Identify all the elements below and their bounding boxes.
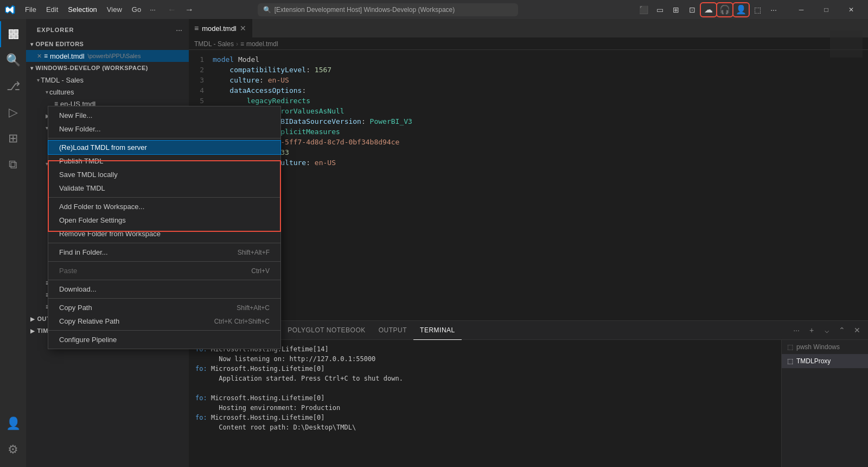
layout-btn-3[interactable]: ⊞ (668, 3, 684, 16)
terminal-area[interactable]: fo: Microsoft.Hosting.Lifetime[14] Now l… (189, 340, 781, 467)
more-actions[interactable]: ··· (766, 3, 781, 16)
code-line-7: defaultPowerBIDataSourceVersion: PowerBI… (213, 116, 868, 127)
activity-account[interactable]: 👤 (0, 411, 26, 437)
terminal-pwsh[interactable]: ⬚ pwsh Windows (782, 340, 868, 354)
folder-tmdl-sales[interactable]: ▾ TMDL - Sales (26, 74, 189, 86)
ctx-copy-path-label: Copy Path (59, 304, 92, 312)
panel-dots[interactable]: ··· (790, 324, 803, 337)
activity-source-control[interactable]: ⎇ (0, 73, 26, 99)
ctx-copy-relative-path[interactable]: Copy Relative Path Ctrl+K Ctrl+Shift+C (48, 314, 280, 328)
menu-file[interactable]: File (21, 3, 41, 16)
breadcrumb-file-icon: ≡ (240, 40, 244, 48)
titlebar-actions: ⬛ ▭ ⊞ ⊡ ☁ 🎧 👤 ⬚ ··· (636, 3, 781, 16)
menu-view[interactable]: View (103, 3, 126, 16)
search-icon: 🔍 (263, 6, 271, 14)
arrow-icon: ▶ (30, 328, 35, 334)
menu-selection[interactable]: Selection (63, 3, 101, 16)
ctx-add-folder[interactable]: Add Folder to Workspace... (48, 200, 280, 213)
menu-more[interactable]: ··· (146, 3, 159, 16)
sidebar-header: EXPLORER ··· (26, 19, 189, 38)
panel-add[interactable]: + (805, 324, 818, 337)
editor-area: ≡ model.tmdl ✕ TMDL - Sales › ≡ model.tm… (189, 19, 868, 467)
tab-model-tmdl[interactable]: ≡ model.tmdl ✕ (189, 19, 252, 37)
ctx-new-file-label: New File... (59, 111, 92, 119)
search-text: [Extension Development Host] Windows-Dev… (275, 6, 455, 14)
code-editor[interactable]: 123456 7891011 model Model compatibility… (189, 50, 868, 320)
minimize-button[interactable]: ─ (789, 0, 814, 19)
ctx-remove-folder-label: Remove Folder from Workspace (59, 230, 161, 238)
close-button[interactable]: ✕ (839, 0, 864, 19)
breadcrumb: TMDL - Sales › ≡ model.tmdl (194, 40, 278, 48)
activity-explorer[interactable] (0, 21, 26, 47)
terminal-tmdlproxy[interactable]: ⬚ TMDLProxy (782, 354, 868, 368)
ctx-find-in-folder-shortcut: Shift+Alt+F (238, 249, 270, 256)
menu-go[interactable]: Go (127, 3, 145, 16)
nav-forward[interactable]: → (182, 3, 197, 16)
section-workspace[interactable]: ▾ WINDOWS-DEVELOP (WORKSPACE) (26, 62, 189, 74)
panel-tab-polyglot[interactable]: POLYGLOT NOTEBOOK (281, 321, 372, 340)
ctx-find-in-folder[interactable]: Find in Folder... Shift+Alt+F (48, 245, 280, 259)
section-workspace-label: WINDOWS-DEVELOP (WORKSPACE) (36, 65, 148, 71)
panel-more[interactable]: ⌃ (835, 324, 848, 337)
terminal-line-3: fo: Microsoft.Hosting.Lifetime[0] (195, 364, 775, 374)
layout-sidebar[interactable]: ⬚ (750, 3, 765, 16)
terminal-line-9: Content root path: D:\Desktop\TMDL\ (195, 422, 775, 432)
ctx-paste[interactable]: Paste Ctrl+V (48, 264, 280, 277)
code-content: model Model compatibilityLevel: 1567 cul… (210, 54, 868, 316)
menu-edit[interactable]: Edit (42, 3, 62, 16)
titlebar-search[interactable]: 🔍 [Extension Development Host] Windows-D… (258, 3, 518, 16)
activity-run[interactable]: ▷ (0, 99, 26, 125)
breadcrumb-file[interactable]: model.tmdl (246, 40, 278, 48)
panel-split[interactable]: ⌵ (820, 324, 833, 337)
layout-btn-1[interactable]: ⬛ (636, 3, 651, 16)
folder-cultures[interactable]: ▾ cultures (26, 86, 189, 98)
ctx-download[interactable]: Download... (48, 282, 280, 296)
audio-icon[interactable]: 🎧 (717, 3, 732, 16)
arrow-icon: ▾ (30, 41, 34, 47)
ctx-configure-pipeline[interactable]: Configure Pipeline (48, 333, 280, 346)
ctx-add-folder-label: Add Folder to Workspace... (59, 203, 144, 211)
ctx-reload-tmdl[interactable]: (Re)Load TMDL from server (48, 141, 280, 154)
vscode-logo (4, 4, 15, 15)
nav-back[interactable]: ← (164, 3, 180, 16)
restore-button[interactable]: □ (814, 0, 839, 19)
ctx-sep-3 (48, 243, 280, 243)
arrow-icon: ▶ (30, 316, 35, 322)
tab-close-btn[interactable]: ✕ (240, 24, 246, 32)
ctx-open-folder-settings[interactable]: Open Folder Settings (48, 213, 280, 227)
activity-settings[interactable]: ⚙ (0, 437, 26, 463)
ctx-copy-path[interactable]: Copy Path Shift+Alt+C (48, 301, 280, 314)
section-open-editors[interactable]: ▾ OPEN EDITORS (26, 38, 189, 50)
terminal-line-4: Application started. Press Ctrl+C to shu… (195, 374, 775, 383)
ctx-save-tmdl[interactable]: Save TMDL locally (48, 168, 280, 181)
open-editor-filename: model.tmdl (50, 52, 85, 60)
folder-label: cultures (49, 88, 74, 96)
sync-icon[interactable]: ☁ (701, 3, 716, 16)
activity-search[interactable]: 🔍 (0, 47, 26, 73)
code-line-11: sourceQueryCulture: en-US (213, 157, 868, 168)
panel-tab-output[interactable]: OUTPUT (372, 321, 413, 340)
ctx-publish-tmdl[interactable]: Publish TMDL (48, 154, 280, 168)
panel-close[interactable]: ✕ (851, 324, 864, 337)
layout-btn-4[interactable]: ⊡ (685, 3, 700, 16)
account-icon[interactable]: 👤 (733, 3, 749, 16)
ctx-paste-label: Paste (59, 267, 77, 275)
terminal-icon: ⬚ (787, 343, 793, 351)
ctx-remove-folder[interactable]: Remove Folder from Workspace (48, 227, 280, 241)
ctx-new-folder[interactable]: New Folder... (48, 122, 280, 136)
open-editor-model-tmdl[interactable]: ✕ ≡ model.tmdl \powerbi\PPU\Sales (26, 50, 189, 62)
sidebar-more[interactable]: ··· (176, 26, 182, 34)
ctx-find-in-folder-label: Find in Folder... (59, 248, 108, 256)
ctx-new-file[interactable]: New File... (48, 109, 280, 122)
activity-layers[interactable]: ⧉ (0, 152, 26, 178)
activity-extensions[interactable]: ⊞ (0, 125, 26, 152)
breadcrumb-folder[interactable]: TMDL - Sales (194, 40, 234, 48)
ctx-configure-pipeline-label: Configure Pipeline (59, 336, 117, 344)
layout-btn-2[interactable]: ▭ (652, 3, 667, 16)
ctx-validate-tmdl[interactable]: Validate TMDL (48, 181, 280, 195)
code-line-9: ID: ddd41f7a-5ff7-4d8d-8c7d-0bf34b8d94ce (213, 137, 868, 147)
ctx-sep-2 (48, 197, 280, 198)
ctx-publish-tmdl-label: Publish TMDL (59, 157, 103, 165)
folder-arrow: ▾ (37, 77, 40, 83)
panel-tab-terminal[interactable]: TERMINAL (413, 321, 462, 340)
